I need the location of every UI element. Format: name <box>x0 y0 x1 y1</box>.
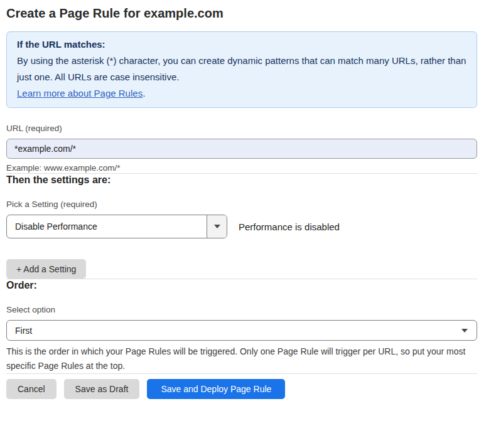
setting-select-arrow-button[interactable] <box>207 215 227 238</box>
url-example-text: Example: www.example.com/* <box>6 163 477 173</box>
order-select[interactable]: First <box>6 320 477 341</box>
info-box-heading: If the URL matches: <box>17 36 466 53</box>
setting-select[interactable]: Disable Performance <box>6 215 227 238</box>
footer-actions: Cancel Save as Draft Save and Deploy Pag… <box>6 379 477 407</box>
order-help-text: This is the order in which your Page Rul… <box>6 344 477 373</box>
setting-status-text: Performance is disabled <box>239 221 340 232</box>
info-box-body: By using the asterisk (*) character, you… <box>17 53 466 85</box>
save-and-deploy-button[interactable]: Save and Deploy Page Rule <box>147 379 285 399</box>
url-field-label: URL (required) <box>6 124 477 134</box>
chevron-down-icon <box>461 329 468 333</box>
save-as-draft-button[interactable]: Save as Draft <box>64 379 140 399</box>
order-select-value: First <box>15 326 32 336</box>
setting-select-value: Disable Performance <box>7 215 207 238</box>
setting-picker-row: Disable Performance Performance is disab… <box>6 215 477 238</box>
url-input[interactable] <box>6 139 477 159</box>
order-select-label: Select option <box>6 305 477 315</box>
pick-setting-label: Pick a Setting (required) <box>6 200 477 210</box>
learn-more-link[interactable]: Learn more about Page Rules <box>17 88 143 99</box>
order-section-heading: Order: <box>6 279 477 291</box>
divider <box>6 373 477 374</box>
page-title: Create a Page Rule for example.com <box>6 6 477 21</box>
create-page-rule-form: Create a Page Rule for example.com If th… <box>6 0 477 407</box>
url-matches-info-box: If the URL matches: By using the asteris… <box>6 31 477 108</box>
settings-section-heading: Then the settings are: <box>6 174 477 186</box>
add-setting-button[interactable]: + Add a Setting <box>6 259 86 279</box>
link-suffix: . <box>143 88 145 99</box>
chevron-down-icon <box>214 225 220 228</box>
cancel-button[interactable]: Cancel <box>6 379 57 399</box>
